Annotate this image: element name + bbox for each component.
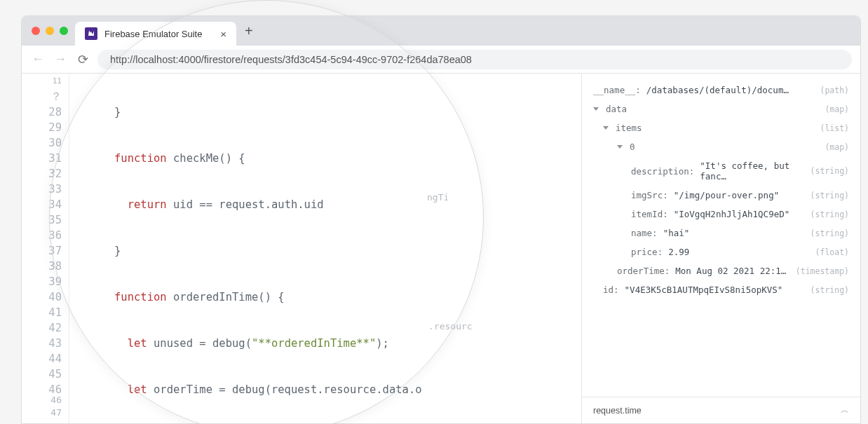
inspector-row: price: 2.99 (float) xyxy=(593,242,849,261)
line-number: 35 xyxy=(22,212,62,228)
line-number: ？ xyxy=(22,89,62,104)
line-number: 29 xyxy=(22,120,62,135)
inspector-row: description: "It's coffee, but fanc… (st… xyxy=(593,156,849,186)
line-number: 42 xyxy=(22,320,62,336)
inspector-section-toggle[interactable]: request.time ︿ xyxy=(582,397,860,423)
tab-strip: Firebase Emulator Suite × + xyxy=(22,16,860,46)
line-number: 37 xyxy=(22,243,62,259)
chevron-down-icon[interactable] xyxy=(617,145,623,149)
chevron-down-icon[interactable] xyxy=(603,126,609,130)
chevron-up-icon: ︿ xyxy=(841,404,849,416)
inspector-section-label: request.time xyxy=(593,406,642,416)
code-line: let unused = debug("**orderedInTime**"); xyxy=(75,336,428,351)
window-controls xyxy=(29,27,75,35)
browser-window: Firebase Emulator Suite × + ← → ⟳ http:/… xyxy=(21,15,861,424)
line-number: 38 xyxy=(22,259,62,274)
browser-tab[interactable]: Firebase Emulator Suite × xyxy=(75,22,236,46)
app-content: 11 ？ 28 29 30 31 32 33 34 35 36 37 38 39… xyxy=(22,74,860,423)
minimize-window-icon[interactable] xyxy=(46,27,54,35)
tab-title: Firebase Emulator Suite xyxy=(104,29,202,39)
code-line: } xyxy=(75,243,428,259)
inspector-pane: __name__: /databases/(default)/documents… xyxy=(581,74,860,423)
line-number: 32 xyxy=(22,166,62,182)
line-number: 34 xyxy=(22,197,62,212)
forward-button[interactable]: → xyxy=(53,52,68,67)
maximize-window-icon[interactable] xyxy=(60,27,68,35)
code-body[interactable]: } function checkMe() { return uid == req… xyxy=(69,74,428,423)
url-bar[interactable]: http://localhost:4000/firestore/requests… xyxy=(97,50,852,69)
line-number: 41 xyxy=(22,305,62,320)
inspector-body[interactable]: __name__: /databases/(default)/documents… xyxy=(582,74,860,397)
line-number: 40 xyxy=(22,289,62,305)
line-number: 11 xyxy=(22,74,62,89)
line-gutter: 11 ？ 28 29 30 31 32 33 34 35 36 37 38 39… xyxy=(22,74,69,423)
line-number: 44 xyxy=(22,351,62,367)
code-line: let orderTime = debug(request.resource.d… xyxy=(75,382,428,397)
line-number: 33 xyxy=(22,182,62,197)
line-number: 28 xyxy=(22,104,62,120)
line-number: 43 xyxy=(22,336,62,351)
browser-toolbar: ← → ⟳ http://localhost:4000/firestore/re… xyxy=(22,46,860,74)
line-number: 39 xyxy=(22,274,62,289)
overflow-text: ngTi xyxy=(427,190,449,205)
inspector-row: name: "hai" (string) xyxy=(593,224,849,242)
code-line: function checkMe() { xyxy=(75,151,428,166)
inspector-row: data (map) xyxy=(593,100,849,118)
code-line: function orderedInTime() { xyxy=(75,289,428,305)
line-number: 45 xyxy=(22,367,62,382)
inspector-row: 0 (map) xyxy=(593,137,849,156)
line-number: 31 xyxy=(22,151,62,166)
inspector-row: id: "V4E3K5cB1AUTMpqEIvS8ni5opKVS" (stri… xyxy=(593,280,849,299)
url-text: http://localhost:4000/firestore/requests… xyxy=(110,54,472,65)
inspector-row: imgSrc: "/img/pour-over.png" (string) xyxy=(593,186,849,205)
code-line: return uid == request.auth.uid xyxy=(75,197,428,212)
code-line: } xyxy=(75,104,428,120)
inspector-row: items (list) xyxy=(593,118,849,137)
inspector-row: itemId: "IoVgqH2nhJljAh1QC9eD" (string) xyxy=(593,205,849,224)
close-tab-icon[interactable]: × xyxy=(220,28,226,40)
line-number: 30 xyxy=(22,135,62,151)
secondary-gutter: 46 47 xyxy=(22,394,69,419)
inspector-row: orderTime: Mon Aug 02 2021 22:14:46 GM… … xyxy=(593,261,849,280)
line-number: 36 xyxy=(22,228,62,243)
code-pane: 11 ？ 28 29 30 31 32 33 34 35 36 37 38 39… xyxy=(22,74,581,423)
close-window-icon[interactable] xyxy=(32,27,40,35)
firebase-favicon-icon xyxy=(85,27,97,40)
back-button[interactable]: ← xyxy=(30,52,46,67)
overflow-text: .resourc xyxy=(428,319,473,334)
new-tab-button[interactable]: + xyxy=(245,23,253,39)
reload-button[interactable]: ⟳ xyxy=(75,52,90,67)
chevron-down-icon[interactable] xyxy=(593,107,599,111)
inspector-row: __name__: /databases/(default)/documents… xyxy=(593,81,849,100)
